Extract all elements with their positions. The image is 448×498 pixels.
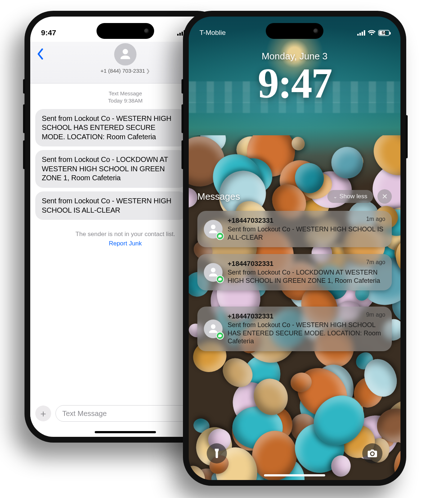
message-bubble[interactable]: Sent from Lockout Co - LOCKDOWN AT WESTE…: [35, 150, 187, 188]
side-button: [23, 79, 25, 94]
status-time: 9:47: [41, 28, 56, 37]
contact-avatar[interactable]: [114, 43, 136, 65]
side-button: [23, 104, 25, 133]
side-button: [182, 140, 184, 169]
home-indicator[interactable]: [264, 474, 325, 476]
battery-percent: 64: [382, 31, 386, 35]
notification-body: Sent from Lockout Co - WESTERN HIGH SCHO…: [228, 225, 385, 241]
status-carrier: T-Moblie: [200, 29, 226, 37]
dynamic-island: [97, 23, 154, 39]
flashlight-button[interactable]: [207, 443, 227, 463]
side-button: [406, 115, 408, 158]
chevron-right-icon: ❯: [146, 68, 150, 74]
notification-body: Sent from Lockout Co - WESTERN HIGH SCHO…: [228, 321, 385, 345]
dynamic-island: [266, 23, 323, 39]
contact-name[interactable]: +1 (844) 703-2331 ❯: [100, 68, 150, 74]
notification-sender: +18447032331: [228, 217, 385, 225]
phone-lockscreen: T-Moblie 64 Monday, June 3 9:47 Messages…: [183, 11, 406, 486]
messages-badge-icon: [216, 232, 224, 240]
notification-close-button[interactable]: ✕: [377, 189, 392, 204]
notification-sender: +18447032331: [228, 260, 385, 268]
message-bubble[interactable]: Sent from Lockout Co - WESTERN HIGH SCHO…: [35, 109, 187, 147]
notification-card[interactable]: +18447032331 Sent from Lockout Co - LOCK…: [197, 254, 392, 290]
notification-avatar: [204, 263, 223, 282]
battery-icon: 64: [378, 30, 390, 36]
side-button: [182, 79, 184, 94]
notification-body: Sent from Lockout Co - LOCKDOWN AT WESTE…: [228, 268, 385, 285]
messages-badge-icon: [216, 332, 224, 340]
notification-time: 7m ago: [366, 259, 385, 266]
notification-card[interactable]: +18447032331 Sent from Lockout Co - WEST…: [197, 211, 392, 247]
home-indicator[interactable]: [95, 431, 156, 433]
lock-time: 9:47: [189, 59, 400, 108]
notification-time: 9m ago: [366, 312, 385, 318]
notification-time: 1m ago: [366, 216, 385, 222]
messages-badge-icon: [216, 275, 224, 283]
wifi-icon: [368, 30, 376, 36]
notification-avatar: [204, 320, 223, 338]
notification-group-header: Messages ⌄ Show less ✕: [197, 189, 392, 204]
camera-button[interactable]: [362, 443, 382, 463]
notification-group-title: Messages: [197, 191, 240, 202]
show-less-button[interactable]: ⌄ Show less: [327, 190, 373, 203]
screen-lockscreen: T-Moblie 64 Monday, June 3 9:47 Messages…: [189, 17, 400, 480]
contact-number-label: +1 (844) 703-2331: [100, 68, 145, 74]
compose-plus-button[interactable]: ＋: [35, 406, 51, 421]
side-button: [23, 140, 25, 169]
notification-avatar: [204, 220, 223, 239]
signal-icon: [357, 30, 365, 36]
compose-placeholder: Text Message: [62, 409, 107, 418]
notification-card[interactable]: +18447032331 Sent from Lockout Co - WEST…: [197, 307, 392, 351]
message-bubble[interactable]: Sent from Lockout Co - WESTERN HIGH SCHO…: [35, 191, 187, 220]
notification-sender: +18447032331: [228, 312, 385, 320]
chevron-down-icon: ⌄: [333, 194, 337, 199]
show-less-label: Show less: [340, 193, 367, 200]
side-button: [182, 104, 184, 133]
